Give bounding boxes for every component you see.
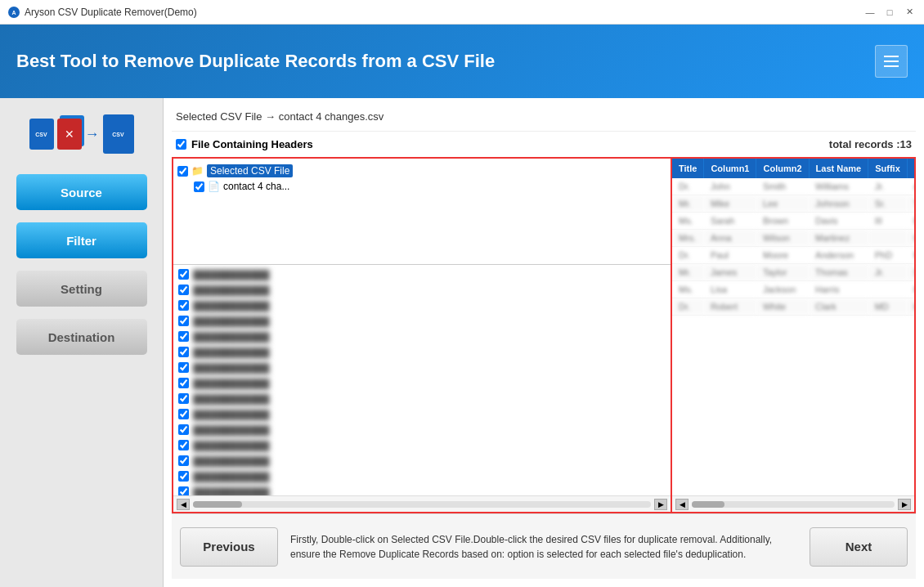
table-cell: Anna	[704, 230, 756, 247]
file-item-checkbox[interactable]	[178, 331, 189, 342]
table-header-cell: Title	[672, 159, 704, 178]
table-cell: III	[868, 213, 908, 230]
title-bar: A Aryson CSV Duplicate Remover(Demo) — □…	[0, 0, 924, 25]
title-bar-left: A Aryson CSV Duplicate Remover(Demo)	[8, 7, 197, 18]
table-cell: Anderson	[809, 247, 868, 264]
list-item[interactable]: ████████████	[175, 344, 669, 360]
file-item-checkbox[interactable]	[178, 440, 189, 450]
tree-root-checkbox[interactable]	[177, 166, 188, 177]
table-header-cell: Column1	[704, 159, 756, 178]
flow-arrow: →	[85, 126, 100, 143]
table-cell: HealthCo	[907, 298, 914, 316]
right-hscroll: ◀ ▶	[672, 495, 914, 512]
table-cell: Lisa	[704, 281, 756, 298]
list-item[interactable]: ████████████	[175, 437, 669, 453]
file-item-checkbox[interactable]	[178, 285, 189, 295]
file-item-checkbox[interactable]	[178, 455, 189, 466]
table-cell: Mike	[704, 195, 756, 213]
title-bar-text: Aryson CSV Duplicate Remover(Demo)	[25, 7, 197, 18]
left-panel: 📁 Selected CSV File 📄 contact 4 cha... █…	[173, 159, 672, 512]
table-cell: White	[756, 298, 809, 316]
file-item-checkbox[interactable]	[178, 393, 189, 404]
file-item-checkbox[interactable]	[178, 300, 189, 311]
table-header-cell: Column2	[756, 159, 809, 178]
right-panel[interactable]: TitleColumn1Column2Last NameSuffixCompan…	[672, 159, 914, 495]
table-header-cell: Suffix	[868, 159, 908, 178]
list-item[interactable]: ████████████	[175, 468, 669, 484]
file-item-checkbox[interactable]	[178, 316, 189, 326]
table-row: Mr.MikeLeeJohnsonSr.TechCodef	[672, 195, 914, 213]
table-cell: Ms.	[672, 281, 704, 298]
file-headers-checkbox[interactable]	[176, 139, 186, 150]
table-header-cell: Company	[907, 159, 914, 178]
list-item[interactable]: ████████████	[175, 391, 669, 406]
file-item-checkbox[interactable]	[178, 269, 189, 280]
app-header: Best Tool to Remove Duplicate Records fr…	[0, 25, 924, 98]
filter-button[interactable]: Filter	[16, 222, 147, 258]
maximize-button[interactable]: □	[883, 6, 896, 19]
list-item[interactable]: ████████████	[175, 313, 669, 329]
right-hscroll-left-btn[interactable]: ◀	[675, 499, 689, 510]
file-list[interactable]: ████████████ ████████████ ████████████ █…	[173, 265, 671, 495]
hscroll-right-btn[interactable]: ▶	[654, 499, 667, 510]
table-cell: James	[704, 264, 756, 281]
file-item-checkbox[interactable]	[178, 424, 189, 435]
tree-root[interactable]: 📁 Selected CSV File	[177, 163, 666, 179]
file-item-checkbox[interactable]	[178, 471, 189, 482]
table-cell: Robert	[704, 298, 756, 316]
tree-child-label: contact 4 cha...	[223, 181, 289, 192]
table-cell: Davis	[809, 213, 868, 230]
table-cell: Mr.	[672, 195, 704, 213]
tree-child[interactable]: 📄 contact 4 cha...	[194, 179, 666, 194]
table-cell: Mrs.	[672, 230, 704, 247]
right-hscroll-right-btn[interactable]: ▶	[898, 499, 911, 510]
list-item[interactable]: ████████████	[175, 406, 669, 422]
list-item[interactable]: ████████████	[175, 298, 669, 313]
file-item-checkbox[interactable]	[178, 486, 189, 495]
list-item[interactable]: ████████████	[175, 329, 669, 344]
next-button[interactable]: Next	[810, 527, 908, 567]
right-hscroll-thumb[interactable]	[692, 501, 724, 508]
source-button[interactable]: Source	[16, 174, 147, 210]
file-item-checkbox[interactable]	[178, 347, 189, 357]
list-item[interactable]: ████████████	[175, 267, 669, 282]
table-cell: Dr.	[672, 247, 704, 264]
table-cell: Martinez	[809, 230, 868, 247]
hscroll-bar: ◀ ▶	[173, 495, 671, 512]
right-hscroll-track[interactable]	[692, 501, 895, 508]
selected-file-text: Selected CSV File → contact 4 changes.cs…	[176, 110, 384, 123]
list-item[interactable]: ████████████	[175, 375, 669, 391]
close-button[interactable]: ✕	[903, 6, 916, 19]
list-item[interactable]: ████████████	[175, 453, 669, 468]
table-cell: Clark	[809, 298, 868, 316]
table-cell: Wilson	[756, 230, 809, 247]
file-headers-label[interactable]: File Containing Headers	[176, 138, 313, 150]
destination-button[interactable]: Destination	[16, 319, 147, 355]
previous-button[interactable]: Previous	[180, 527, 278, 567]
list-item[interactable]: ████████████	[175, 360, 669, 375]
table-row: Dr.JohnSmithWilliamsJr.Acme Corpabc	[672, 178, 914, 195]
folder-icon: 📁	[191, 165, 204, 177]
table-cell: Moore	[756, 247, 809, 264]
table-cell: PhD	[868, 247, 908, 264]
list-item[interactable]: ████████████	[175, 484, 669, 495]
list-item[interactable]: ████████████	[175, 422, 669, 437]
tree-child-checkbox[interactable]	[194, 181, 204, 192]
table-cell: MedGroup	[907, 247, 914, 264]
table-cell	[868, 230, 908, 247]
list-item[interactable]: ████████████	[175, 282, 669, 298]
setting-button[interactable]: Setting	[16, 271, 147, 307]
hscroll-left-btn[interactable]: ◀	[177, 499, 190, 510]
hscroll-thumb[interactable]	[193, 501, 242, 508]
hscroll-track[interactable]	[193, 501, 651, 508]
file-item-checkbox[interactable]	[178, 409, 189, 419]
file-item-checkbox[interactable]	[178, 378, 189, 388]
minimize-button[interactable]: —	[863, 6, 877, 19]
file-item-checkbox[interactable]	[178, 362, 189, 373]
table-row: Ms.LisaJacksonHarrisRetail Costu	[672, 281, 914, 298]
tree-view[interactable]: 📁 Selected CSV File 📄 contact 4 cha...	[173, 159, 671, 265]
title-bar-controls: — □ ✕	[863, 6, 916, 19]
svg-text:A: A	[11, 10, 16, 16]
menu-button[interactable]	[875, 45, 908, 78]
table-cell: Ms.	[672, 213, 704, 230]
